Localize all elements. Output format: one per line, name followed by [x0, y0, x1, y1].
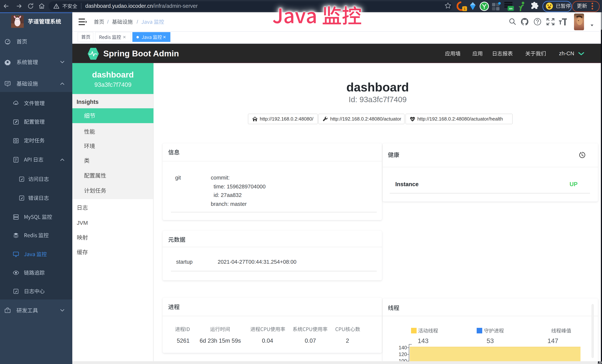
svg-text:1: 1 — [464, 7, 466, 11]
svg-text:on: on — [509, 7, 512, 10]
